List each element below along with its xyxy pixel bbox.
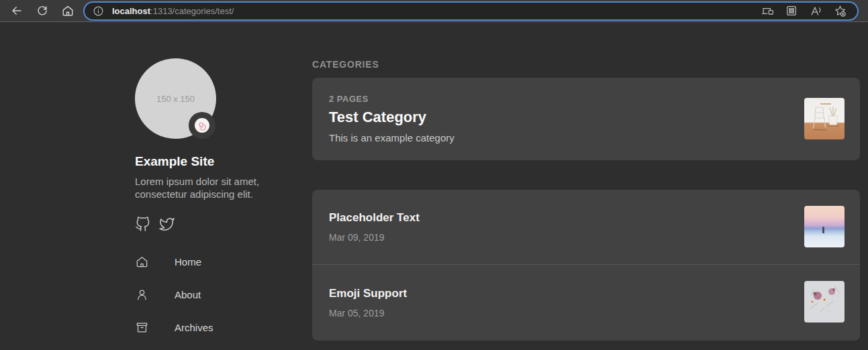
post-list-item[interactable]: Placeholder Text Mar 09, 2019 — [312, 190, 860, 265]
refresh-icon — [36, 5, 48, 17]
post-title: Placeholder Text — [329, 211, 793, 225]
read-aloud-button[interactable] — [806, 3, 825, 19]
sidebar-item-archives[interactable]: Archives — [136, 311, 290, 344]
fish-cake-swirl-icon — [195, 118, 209, 133]
send-to-devices-button[interactable] — [758, 3, 777, 19]
avatar-badge — [189, 112, 215, 139]
github-icon — [135, 217, 150, 232]
home-icon — [136, 255, 148, 268]
sidebar-item-about[interactable]: About — [136, 278, 290, 311]
page-title: CATEGORIES — [312, 59, 379, 70]
back-arrow-icon — [11, 5, 23, 17]
favorites-star-icon — [834, 5, 847, 17]
sidebar-nav: Home About Archives — [136, 245, 290, 344]
social-links — [135, 217, 175, 232]
category-page-count: 2 PAGES — [329, 94, 793, 104]
post-thumbnail-image — [804, 206, 845, 247]
person-figure — [822, 227, 824, 233]
nav-label: About — [175, 289, 201, 300]
browser-toolbar: localhost:1313/categories/test/ — [0, 0, 868, 22]
github-link[interactable] — [135, 217, 150, 232]
site-description: Lorem ipsum dolor sit amet, consectetur … — [135, 176, 280, 200]
category-thumbnail-image — [804, 98, 845, 139]
home-icon — [62, 5, 74, 17]
apps-grid-button[interactable] — [782, 3, 801, 19]
post-thumbnail-image — [804, 281, 845, 323]
url-path: :1313/categories/test/ — [150, 6, 234, 16]
address-bar[interactable]: localhost:1313/categories/test/ — [85, 3, 857, 19]
home-button[interactable] — [55, 0, 81, 22]
category-title: Test Category — [329, 109, 793, 126]
archive-icon — [136, 321, 148, 334]
sidebar-item-home[interactable]: Home — [136, 245, 290, 278]
addressbar-actions — [758, 3, 849, 19]
twitter-icon — [159, 217, 175, 232]
back-button[interactable] — [4, 0, 30, 22]
post-title: Emoji Support — [329, 287, 793, 300]
post-date: Mar 09, 2019 — [329, 232, 793, 243]
url-text: localhost:1313/categories/test/ — [112, 6, 234, 16]
category-card[interactable]: 2 PAGES Test Category This is an example… — [312, 78, 860, 160]
avatar-placeholder-text: 150 x 150 — [156, 94, 195, 104]
category-description: This is an example category — [329, 132, 793, 143]
site-info-icon[interactable] — [93, 5, 104, 17]
apps-grid-icon — [785, 5, 798, 17]
post-list-item[interactable]: Emoji Support Mar 05, 2019 — [312, 265, 860, 340]
refresh-button[interactable] — [30, 0, 55, 22]
nav-label: Archives — [175, 322, 213, 333]
twitter-link[interactable] — [159, 217, 175, 232]
person-icon — [136, 288, 148, 301]
site-title: Example Site — [135, 154, 214, 169]
post-date: Mar 05, 2019 — [329, 308, 793, 318]
nav-label: Home — [175, 256, 201, 268]
send-to-devices-icon — [761, 5, 774, 17]
read-aloud-icon — [810, 5, 822, 17]
post-list-card: Placeholder Text Mar 09, 2019 Emoji Supp… — [312, 190, 860, 341]
url-host: localhost — [112, 6, 150, 16]
add-favorite-button[interactable] — [830, 3, 849, 19]
